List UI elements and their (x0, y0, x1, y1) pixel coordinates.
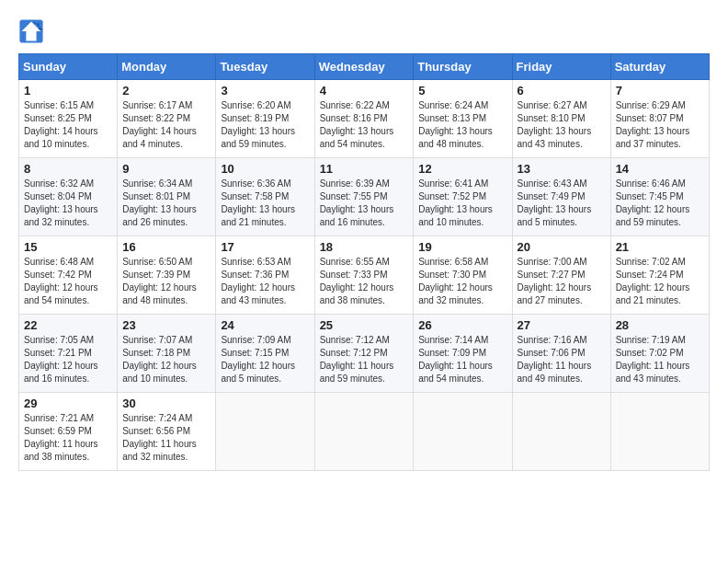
day-content: Sunrise: 6:50 AMSunset: 7:39 PMDaylight:… (122, 256, 210, 307)
day-content: Sunrise: 6:29 AMSunset: 8:07 PMDaylight:… (616, 99, 704, 151)
calendar-week-row: 15Sunrise: 6:48 AMSunset: 7:42 PMDayligh… (19, 236, 710, 315)
day-number: 26 (418, 318, 506, 332)
weekday-header-tuesday: Tuesday (216, 54, 314, 80)
day-content: Sunrise: 7:14 AMSunset: 7:09 PMDaylight:… (418, 334, 506, 385)
day-number: 16 (122, 240, 210, 254)
calendar-cell: 23Sunrise: 7:07 AMSunset: 7:18 PMDayligh… (118, 315, 216, 393)
day-content: Sunrise: 6:34 AMSunset: 8:01 PMDaylight:… (122, 178, 210, 229)
day-content: Sunrise: 7:19 AMSunset: 7:02 PMDaylight:… (616, 334, 704, 385)
calendar-week-row: 22Sunrise: 7:05 AMSunset: 7:21 PMDayligh… (19, 315, 710, 393)
calendar-cell: 28Sunrise: 7:19 AMSunset: 7:02 PMDayligh… (610, 315, 709, 393)
day-number: 1 (24, 84, 112, 98)
calendar-cell: 20Sunrise: 7:00 AMSunset: 7:27 PMDayligh… (512, 236, 610, 315)
calendar-cell: 11Sunrise: 6:39 AMSunset: 7:55 PMDayligh… (314, 158, 414, 236)
calendar-cell: 18Sunrise: 6:55 AMSunset: 7:33 PMDayligh… (314, 236, 414, 315)
day-content: Sunrise: 6:15 AMSunset: 8:25 PMDaylight:… (24, 99, 112, 151)
calendar-week-row: 29Sunrise: 7:21 AMSunset: 6:59 PMDayligh… (19, 393, 710, 471)
day-content: Sunrise: 6:58 AMSunset: 7:30 PMDaylight:… (418, 256, 506, 307)
day-number: 29 (24, 396, 112, 410)
calendar-cell: 7Sunrise: 6:29 AMSunset: 8:07 PMDaylight… (610, 80, 709, 158)
day-number: 27 (518, 318, 606, 332)
calendar-cell: 4Sunrise: 6:22 AMSunset: 8:16 PMDaylight… (314, 80, 414, 158)
day-content: Sunrise: 7:07 AMSunset: 7:18 PMDaylight:… (122, 334, 210, 385)
day-number: 12 (418, 162, 506, 176)
calendar-cell: 27Sunrise: 7:16 AMSunset: 7:06 PMDayligh… (512, 315, 610, 393)
day-number: 10 (221, 162, 309, 176)
calendar-cell: 16Sunrise: 6:50 AMSunset: 7:39 PMDayligh… (118, 236, 216, 315)
day-content: Sunrise: 6:20 AMSunset: 8:19 PMDaylight:… (221, 99, 309, 151)
calendar-cell: 21Sunrise: 7:02 AMSunset: 7:24 PMDayligh… (610, 236, 709, 315)
calendar-cell: 3Sunrise: 6:20 AMSunset: 8:19 PMDaylight… (216, 80, 314, 158)
weekday-header-row: SundayMondayTuesdayWednesdayThursdayFrid… (19, 54, 710, 80)
calendar-cell: 12Sunrise: 6:41 AMSunset: 7:52 PMDayligh… (414, 158, 512, 236)
calendar-cell: 29Sunrise: 7:21 AMSunset: 6:59 PMDayligh… (19, 393, 118, 471)
day-number: 3 (221, 84, 309, 98)
day-content: Sunrise: 6:41 AMSunset: 7:52 PMDaylight:… (418, 178, 506, 229)
day-content: Sunrise: 7:12 AMSunset: 7:12 PMDaylight:… (320, 334, 409, 385)
calendar-cell: 24Sunrise: 7:09 AMSunset: 7:15 PMDayligh… (216, 315, 314, 393)
calendar-cell: 2Sunrise: 6:17 AMSunset: 8:22 PMDaylight… (118, 80, 216, 158)
day-number: 28 (616, 318, 704, 332)
day-number: 8 (24, 162, 112, 176)
weekday-header-monday: Monday (118, 54, 216, 80)
calendar-week-row: 8Sunrise: 6:32 AMSunset: 8:04 PMDaylight… (19, 158, 710, 236)
day-content: Sunrise: 6:32 AMSunset: 8:04 PMDaylight:… (24, 178, 112, 229)
day-number: 6 (518, 84, 606, 98)
day-number: 17 (221, 240, 309, 254)
calendar-cell: 25Sunrise: 7:12 AMSunset: 7:12 PMDayligh… (314, 315, 414, 393)
day-content: Sunrise: 6:46 AMSunset: 7:45 PMDaylight:… (616, 178, 704, 229)
day-number: 23 (122, 318, 210, 332)
calendar-week-row: 1Sunrise: 6:15 AMSunset: 8:25 PMDaylight… (19, 80, 710, 158)
day-content: Sunrise: 6:17 AMSunset: 8:22 PMDaylight:… (122, 99, 210, 151)
calendar-cell: 9Sunrise: 6:34 AMSunset: 8:01 PMDaylight… (118, 158, 216, 236)
calendar-cell: 10Sunrise: 6:36 AMSunset: 7:58 PMDayligh… (216, 158, 314, 236)
calendar-cell: 5Sunrise: 6:24 AMSunset: 8:13 PMDaylight… (414, 80, 512, 158)
day-number: 14 (616, 162, 704, 176)
calendar-cell: 13Sunrise: 6:43 AMSunset: 7:49 PMDayligh… (512, 158, 610, 236)
weekday-header-wednesday: Wednesday (314, 54, 414, 80)
calendar-cell (216, 393, 314, 471)
day-content: Sunrise: 7:05 AMSunset: 7:21 PMDaylight:… (24, 334, 112, 385)
day-number: 22 (24, 318, 112, 332)
weekday-header-sunday: Sunday (19, 54, 118, 80)
day-content: Sunrise: 6:36 AMSunset: 7:58 PMDaylight:… (221, 178, 309, 229)
calendar-cell: 14Sunrise: 6:46 AMSunset: 7:45 PMDayligh… (610, 158, 709, 236)
calendar-cell (512, 393, 610, 471)
day-number: 21 (616, 240, 704, 254)
calendar-cell: 17Sunrise: 6:53 AMSunset: 7:36 PMDayligh… (216, 236, 314, 315)
calendar-cell (414, 393, 512, 471)
day-content: Sunrise: 6:39 AMSunset: 7:55 PMDaylight:… (320, 178, 409, 229)
day-content: Sunrise: 7:00 AMSunset: 7:27 PMDaylight:… (518, 256, 606, 307)
calendar-cell: 6Sunrise: 6:27 AMSunset: 8:10 PMDaylight… (512, 80, 610, 158)
day-number: 11 (320, 162, 409, 176)
day-content: Sunrise: 6:22 AMSunset: 8:16 PMDaylight:… (320, 99, 409, 151)
day-number: 4 (320, 84, 409, 98)
day-content: Sunrise: 6:48 AMSunset: 7:42 PMDaylight:… (24, 256, 112, 307)
day-content: Sunrise: 7:21 AMSunset: 6:59 PMDaylight:… (24, 412, 112, 464)
calendar-table: SundayMondayTuesdayWednesdayThursdayFrid… (18, 53, 710, 471)
day-content: Sunrise: 7:02 AMSunset: 7:24 PMDaylight:… (616, 256, 704, 307)
weekday-header-thursday: Thursday (414, 54, 512, 80)
day-content: Sunrise: 6:24 AMSunset: 8:13 PMDaylight:… (418, 99, 506, 151)
day-number: 25 (320, 318, 409, 332)
calendar-cell (610, 393, 709, 471)
day-number: 9 (122, 162, 210, 176)
calendar-cell: 1Sunrise: 6:15 AMSunset: 8:25 PMDaylight… (19, 80, 118, 158)
day-content: Sunrise: 7:16 AMSunset: 7:06 PMDaylight:… (518, 334, 606, 385)
calendar-cell: 15Sunrise: 6:48 AMSunset: 7:42 PMDayligh… (19, 236, 118, 315)
day-content: Sunrise: 7:09 AMSunset: 7:15 PMDaylight:… (221, 334, 309, 385)
day-content: Sunrise: 6:53 AMSunset: 7:36 PMDaylight:… (221, 256, 309, 307)
day-content: Sunrise: 7:24 AMSunset: 6:56 PMDaylight:… (122, 412, 210, 464)
logo-icon (18, 18, 44, 44)
weekday-header-friday: Friday (512, 54, 610, 80)
day-number: 7 (616, 84, 704, 98)
calendar-cell: 8Sunrise: 6:32 AMSunset: 8:04 PMDaylight… (19, 158, 118, 236)
day-number: 2 (122, 84, 210, 98)
weekday-header-saturday: Saturday (610, 54, 709, 80)
calendar-cell: 22Sunrise: 7:05 AMSunset: 7:21 PMDayligh… (19, 315, 118, 393)
day-number: 30 (122, 396, 210, 410)
day-content: Sunrise: 6:55 AMSunset: 7:33 PMDaylight:… (320, 256, 409, 307)
calendar-cell: 19Sunrise: 6:58 AMSunset: 7:30 PMDayligh… (414, 236, 512, 315)
day-number: 18 (320, 240, 409, 254)
calendar-cell: 26Sunrise: 7:14 AMSunset: 7:09 PMDayligh… (414, 315, 512, 393)
